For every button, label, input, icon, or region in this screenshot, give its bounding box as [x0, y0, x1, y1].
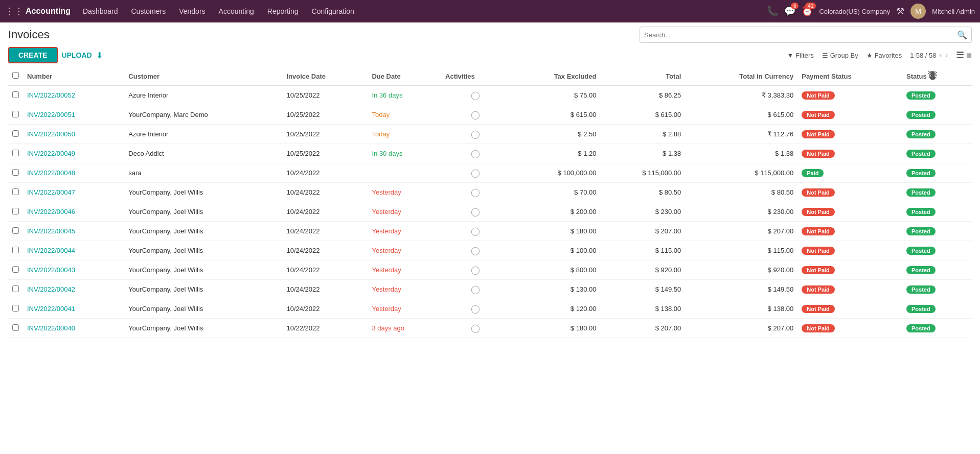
- cell-activities[interactable]: ◯: [441, 241, 509, 260]
- activity-clock-icon[interactable]: ◯: [471, 207, 480, 216]
- row-checkbox[interactable]: [12, 305, 19, 312]
- activity-clock-icon[interactable]: ◯: [471, 130, 480, 138]
- download-button[interactable]: ⬇: [96, 51, 103, 60]
- activity-clock-icon[interactable]: ◯: [471, 149, 480, 158]
- cell-activities[interactable]: ◯: [441, 280, 509, 299]
- cell-number[interactable]: INV/2022/00041: [23, 299, 124, 319]
- menu-item-reporting[interactable]: Reporting: [261, 4, 305, 18]
- cell-activities[interactable]: ◯: [441, 105, 509, 125]
- cell-number[interactable]: INV/2022/00043: [23, 260, 124, 280]
- cell-activities[interactable]: ◯: [441, 163, 509, 183]
- table-row[interactable]: INV/2022/00041 YourCompany, Joel Willis …: [8, 299, 972, 319]
- row-checkbox[interactable]: [12, 227, 19, 234]
- cell-activities[interactable]: ◯: [441, 260, 509, 280]
- activity-clock-icon[interactable]: ◯: [471, 188, 480, 197]
- table-row[interactable]: INV/2022/00042 YourCompany, Joel Willis …: [8, 280, 972, 299]
- create-button[interactable]: CREATE: [8, 47, 58, 63]
- table-row[interactable]: INV/2022/00050 Azure Interior 10/25/2022…: [8, 125, 972, 144]
- row-checkbox[interactable]: [12, 169, 19, 176]
- chat-icon[interactable]: 💬 6: [784, 6, 795, 17]
- user-name: Mitchell Admin: [932, 8, 975, 15]
- list-view-button[interactable]: ☰: [956, 50, 964, 61]
- row-checkbox-cell: [8, 163, 23, 183]
- activity-clock-icon[interactable]: ◯: [471, 227, 480, 235]
- menu-item-dashboard[interactable]: Dashboard: [77, 4, 124, 18]
- cell-number[interactable]: INV/2022/00044: [23, 241, 124, 260]
- cell-number[interactable]: INV/2022/00052: [23, 85, 124, 105]
- cell-activities[interactable]: ◯: [441, 85, 509, 105]
- table-row[interactable]: INV/2022/00051 YourCompany, Marc Demo 10…: [8, 105, 972, 125]
- cell-activities[interactable]: ◯: [441, 319, 509, 338]
- table-row[interactable]: INV/2022/00046 YourCompany, Joel Willis …: [8, 202, 972, 222]
- activity-clock-icon[interactable]: ◯: [471, 246, 480, 255]
- cell-activities[interactable]: ◯: [441, 144, 509, 163]
- cell-activities[interactable]: ◯: [441, 299, 509, 319]
- row-checkbox[interactable]: [12, 150, 19, 156]
- row-checkbox[interactable]: [12, 208, 19, 214]
- table-row[interactable]: INV/2022/00052 Azure Interior 10/25/2022…: [8, 85, 972, 105]
- kanban-view-button[interactable]: ■: [966, 50, 972, 61]
- row-checkbox-cell: [8, 183, 23, 202]
- cell-number[interactable]: INV/2022/00048: [23, 163, 124, 183]
- cell-number[interactable]: INV/2022/00051: [23, 105, 124, 125]
- groupby-button[interactable]: ☰ Group By: [822, 52, 858, 59]
- row-checkbox[interactable]: [12, 130, 19, 137]
- cell-number[interactable]: INV/2022/00050: [23, 125, 124, 144]
- table-row[interactable]: INV/2022/00048 sara 10/24/2022 ◯ $ 100,0…: [8, 163, 972, 183]
- activity-clock-icon[interactable]: ◯: [471, 285, 480, 294]
- cell-total: $ 2.88: [600, 125, 685, 144]
- cell-invoice-date: 10/24/2022: [282, 222, 368, 241]
- menu-item-configuration[interactable]: Configuration: [306, 4, 360, 18]
- table-row[interactable]: INV/2022/00044 YourCompany, Joel Willis …: [8, 241, 972, 260]
- table-row[interactable]: INV/2022/00043 YourCompany, Joel Willis …: [8, 260, 972, 280]
- cell-number[interactable]: INV/2022/00040: [23, 319, 124, 338]
- cell-number[interactable]: INV/2022/00042: [23, 280, 124, 299]
- upload-button[interactable]: UPLOAD: [62, 51, 92, 59]
- filters-button[interactable]: ▼ Filters: [787, 52, 813, 59]
- settings-icon[interactable]: ⚒: [896, 6, 904, 17]
- select-all-checkbox[interactable]: [12, 72, 19, 79]
- row-checkbox[interactable]: [12, 247, 19, 253]
- favorites-button[interactable]: ★ Favorites: [867, 52, 902, 59]
- cell-number[interactable]: INV/2022/00046: [23, 202, 124, 222]
- menu-item-vendors[interactable]: Vendors: [173, 4, 211, 18]
- table-scroll[interactable]: Number Customer Invoice Date Due Date Ac…: [8, 67, 972, 338]
- row-checkbox[interactable]: [12, 188, 19, 195]
- row-checkbox[interactable]: [12, 324, 19, 331]
- activity-clock-icon[interactable]: ◯: [471, 304, 480, 313]
- column-settings-icon[interactable]: ⛇: [928, 71, 937, 80]
- activity-clock-icon[interactable]: ◯: [471, 169, 480, 177]
- search-icon[interactable]: 🔍: [957, 30, 967, 40]
- search-bar[interactable]: 🔍: [640, 27, 972, 43]
- cell-number[interactable]: INV/2022/00045: [23, 222, 124, 241]
- row-checkbox[interactable]: [12, 91, 19, 98]
- table-row[interactable]: INV/2022/00045 YourCompany, Joel Willis …: [8, 222, 972, 241]
- activity-clock-icon[interactable]: ◯: [471, 110, 480, 119]
- phone-icon[interactable]: 📞: [767, 6, 778, 17]
- row-checkbox[interactable]: [12, 285, 19, 292]
- cell-activities[interactable]: ◯: [441, 125, 509, 144]
- menu-item-accounting[interactable]: Accounting: [213, 4, 260, 18]
- row-checkbox[interactable]: [12, 266, 19, 273]
- cell-activities[interactable]: ◯: [441, 222, 509, 241]
- menu-item-customers[interactable]: Customers: [125, 4, 172, 18]
- table-row[interactable]: INV/2022/00040 YourCompany, Joel Willis …: [8, 319, 972, 338]
- grid-icon[interactable]: ⋮⋮: [5, 6, 24, 17]
- cell-payment-status: Not Paid: [797, 105, 902, 125]
- cell-number[interactable]: INV/2022/00047: [23, 183, 124, 202]
- cell-activities[interactable]: ◯: [441, 202, 509, 222]
- pagination-prev[interactable]: ‹: [939, 51, 942, 60]
- activity-clock-icon[interactable]: ◯: [471, 266, 480, 274]
- row-checkbox[interactable]: [12, 111, 19, 117]
- activity-clock-icon[interactable]: ◯: [471, 324, 480, 332]
- search-input[interactable]: [644, 31, 957, 39]
- groupby-icon: ☰: [822, 52, 828, 59]
- cell-activities[interactable]: ◯: [441, 183, 509, 202]
- pagination-next[interactable]: ›: [945, 51, 948, 60]
- table-row[interactable]: INV/2022/00049 Deco Addict 10/25/2022 In…: [8, 144, 972, 163]
- cell-invoice-date: 10/24/2022: [282, 280, 368, 299]
- activity-clock-icon[interactable]: ◯: [471, 91, 480, 100]
- cell-number[interactable]: INV/2022/00049: [23, 144, 124, 163]
- table-row[interactable]: INV/2022/00047 YourCompany, Joel Willis …: [8, 183, 972, 202]
- clock-icon[interactable]: ⏰ 41: [802, 6, 813, 17]
